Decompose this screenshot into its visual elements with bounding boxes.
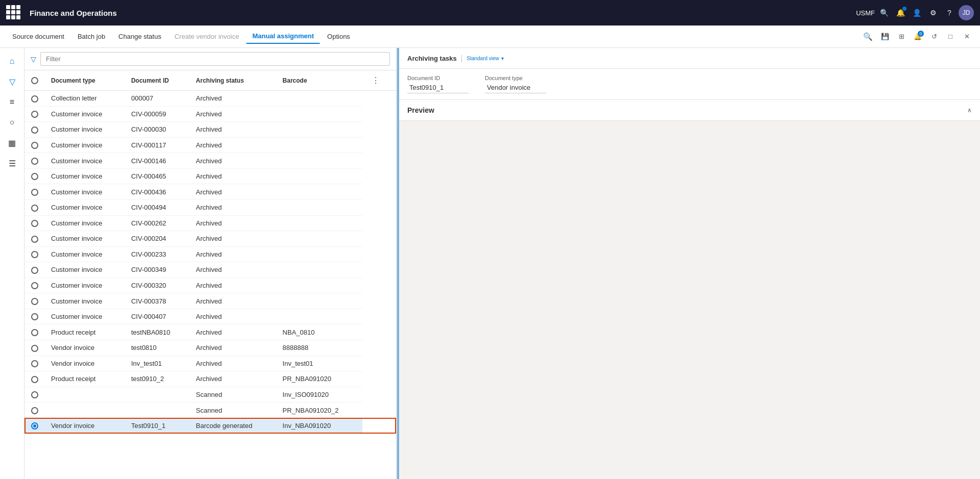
cmd-source-document[interactable]: Source document [6,30,70,43]
refresh-icon[interactable]: ↺ [927,30,941,44]
cell-document-id [125,387,190,402]
table-row[interactable]: Vendor invoicetest0810Archived8888888 [24,340,396,356]
row-radio[interactable] [31,111,38,118]
table-row[interactable]: Vendor invoiceInv_test01ArchivedInv_test… [24,356,396,371]
table-row[interactable]: ScannedInv_ISO091020 [24,387,396,402]
cell-document-type: Customer invoice [45,309,125,324]
preview-collapse-icon[interactable]: ∧ [967,107,972,114]
sidebar-filter-icon[interactable]: ▽ [3,72,21,91]
table-row[interactable]: Customer invoiceCIV-000233Archived [24,246,396,262]
panel-divider[interactable] [397,48,399,479]
row-radio[interactable] [31,205,38,212]
notifications-icon[interactable]: 🔔 [893,6,908,20]
view-selector[interactable]: Standard view ▾ [467,56,503,61]
row-radio[interactable] [31,313,38,320]
cmd-options[interactable]: Options [321,30,356,43]
col-document-id[interactable]: Document ID [125,70,190,91]
cell-document-id: CIV-000465 [125,168,190,184]
document-id-label: Document ID [407,75,469,81]
cmd-batch-job[interactable]: Batch job [71,30,111,43]
cmd-change-status[interactable]: Change status [112,30,167,43]
cell-document-id: CIV-000349 [125,262,190,278]
cmd-search-icon[interactable]: 🔍 [861,30,875,44]
filter-input[interactable] [40,52,390,66]
row-radio[interactable] [31,329,38,336]
cell-archiving-status: Archived [190,153,277,169]
documents-table: Document type Document ID Archiving stat… [24,70,396,434]
col-document-type[interactable]: Document type [45,70,125,91]
table-row[interactable]: Customer invoiceCIV-000262Archived [24,215,396,231]
table-row[interactable]: Customer invoiceCIV-000204Archived [24,231,396,247]
more-options-button[interactable]: ⋮ [369,74,383,86]
row-radio[interactable] [31,127,38,134]
col-barcode[interactable]: Barcode [277,70,363,91]
table-row[interactable]: Customer invoiceCIV-000407Archived [24,309,396,324]
notification-bell-icon[interactable]: 🔔0 [911,30,925,44]
save-icon[interactable]: 💾 [878,30,892,44]
table-row[interactable]: Customer invoiceCIV-000030Archived [24,122,396,138]
row-radio[interactable] [31,267,38,274]
table-row[interactable]: Customer invoiceCIV-000494Archived [24,199,396,215]
table-row[interactable]: Customer invoiceCIV-000436Archived [24,184,396,200]
row-radio[interactable] [31,142,38,149]
table-row[interactable]: Customer invoiceCIV-000146Archived [24,153,396,169]
row-radio[interactable] [31,407,38,414]
row-radio[interactable] [31,220,38,227]
row-radio[interactable] [31,236,38,243]
table-row[interactable]: Customer invoiceCIV-000465Archived [24,168,396,184]
table-row[interactable]: Product receipttestNBA0810ArchivedNBA_08… [24,324,396,340]
cell-document-type: Product receipt [45,324,125,340]
document-id-input[interactable] [407,82,469,93]
help-icon[interactable]: ? [942,6,957,20]
table-row[interactable]: Customer invoiceCIV-000320Archived [24,278,396,293]
sidebar-home-icon[interactable]: ⌂ [3,52,21,70]
contacts-icon[interactable]: 👤 [910,6,924,20]
table-container[interactable]: Document type Document ID Archiving stat… [24,70,396,479]
cmd-manual-assignment[interactable]: Manual assignment [246,29,320,44]
table-row[interactable]: Customer invoiceCIV-000059Archived [24,106,396,122]
cell-document-type: Vendor invoice [45,418,125,434]
cell-archiving-status: Archived [190,340,277,356]
filter-funnel-icon[interactable]: ▽ [31,55,36,63]
sidebar-clock-icon[interactable]: ○ [3,113,21,132]
avatar[interactable]: JD [959,5,974,20]
row-radio[interactable] [31,298,38,305]
app-grid-icon[interactable] [6,5,21,20]
table-row[interactable]: Customer invoiceCIV-000349Archived [24,262,396,278]
row-radio[interactable] [31,422,38,430]
col-archiving-status[interactable]: Archiving status [190,70,277,91]
search-icon[interactable]: 🔍 [877,6,891,20]
sidebar-grid-icon[interactable]: ▦ [3,134,21,152]
header-separator: | [461,54,463,62]
row-radio[interactable] [31,158,38,165]
row-radio[interactable] [31,282,38,289]
maximize-icon[interactable]: □ [943,30,958,44]
row-radio[interactable] [31,95,38,103]
document-type-input[interactable] [485,82,546,93]
row-radio[interactable] [31,189,38,196]
cell-document-type: Customer invoice [45,106,125,122]
sidebar-list-icon[interactable]: ≡ [3,93,21,111]
close-icon[interactable]: ✕ [960,30,974,44]
row-radio[interactable] [31,360,38,367]
table-row[interactable]: ScannedPR_NBA091020_2 [24,402,396,418]
cell-document-id: CIV-000262 [125,215,190,231]
settings-icon[interactable]: ⚙ [926,6,940,20]
sidebar-menu-icon[interactable]: ☰ [3,154,21,172]
header-radio[interactable] [31,77,38,84]
table-row[interactable]: Vendor invoiceTest0910_1Barcode generate… [24,418,396,434]
table-row[interactable]: Product receipttest0910_2ArchivedPR_NBA0… [24,371,396,387]
detach-icon[interactable]: ⊞ [894,30,909,44]
content-area: ▽ Document type Document ID Archiving st… [24,48,980,479]
table-row[interactable]: Customer invoiceCIV-000378Archived [24,293,396,309]
row-radio[interactable] [31,376,38,383]
row-radio[interactable] [31,173,38,180]
table-row[interactable]: Collection letter000007Archived [24,91,396,107]
row-radio[interactable] [31,345,38,352]
cell-document-id: CIV-000204 [125,231,190,247]
row-radio[interactable] [31,251,38,258]
row-radio[interactable] [31,391,38,398]
cell-document-type: Customer invoice [45,262,125,278]
table-row[interactable]: Customer invoiceCIV-000117Archived [24,137,396,153]
cell-barcode [277,122,363,138]
